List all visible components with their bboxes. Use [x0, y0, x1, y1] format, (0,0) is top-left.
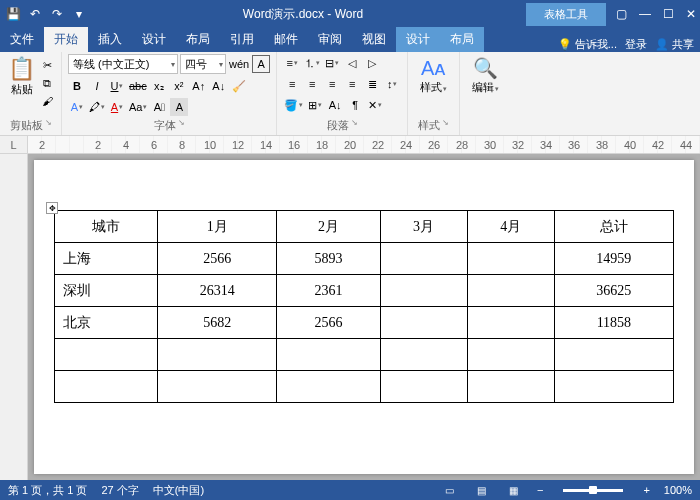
- table-row[interactable]: [55, 371, 674, 403]
- zoom-slider[interactable]: [563, 489, 623, 492]
- font-color-icon[interactable]: A▾: [108, 98, 126, 116]
- phonetic-guide-icon[interactable]: wén: [228, 55, 250, 73]
- superscript-button[interactable]: x²: [170, 77, 188, 95]
- table-cell[interactable]: [554, 339, 673, 371]
- table-cell[interactable]: [467, 339, 554, 371]
- show-marks-icon[interactable]: ¶: [346, 96, 364, 114]
- table-cell[interactable]: [467, 275, 554, 307]
- table-cell[interactable]: 5893: [277, 243, 380, 275]
- increase-indent-icon[interactable]: ▷: [363, 54, 381, 72]
- highlight-icon[interactable]: 🖍▾: [88, 98, 106, 116]
- justify-icon[interactable]: ≡: [343, 75, 361, 93]
- bold-button[interactable]: B: [68, 77, 86, 95]
- table-cell[interactable]: 36625: [554, 275, 673, 307]
- ribbon-options-icon[interactable]: ▢: [616, 7, 627, 21]
- dialog-launcher-icon[interactable]: ↘: [351, 118, 358, 133]
- table-row[interactable]: 上海2566589314959: [55, 243, 674, 275]
- dialog-launcher-icon[interactable]: ↘: [178, 118, 185, 133]
- vertical-ruler[interactable]: [0, 154, 28, 480]
- table-header-cell[interactable]: 1月: [158, 211, 277, 243]
- table-cell[interactable]: [277, 371, 380, 403]
- zoom-out-icon[interactable]: −: [537, 484, 543, 496]
- borders-icon[interactable]: ⊞▾: [306, 96, 324, 114]
- shading-icon[interactable]: 🪣▾: [283, 96, 304, 114]
- table-cell[interactable]: [380, 243, 467, 275]
- table-move-handle[interactable]: ✥: [46, 202, 58, 214]
- char-shading-icon[interactable]: Aa▾: [128, 98, 148, 116]
- read-mode-icon[interactable]: ▭: [441, 483, 459, 497]
- grow-font-icon[interactable]: A↑: [190, 77, 208, 95]
- table-cell[interactable]: 2361: [277, 275, 380, 307]
- bullets-icon[interactable]: ≡▾: [283, 54, 301, 72]
- table-cell[interactable]: [277, 339, 380, 371]
- editing-button[interactable]: 🔍 编辑▾: [466, 54, 505, 97]
- sort-icon[interactable]: A↓: [326, 96, 344, 114]
- paste-button[interactable]: 📋 粘贴: [6, 54, 37, 99]
- maximize-icon[interactable]: ☐: [663, 7, 674, 21]
- table-header-cell[interactable]: 2月: [277, 211, 380, 243]
- change-case-icon[interactable]: A: [170, 98, 188, 116]
- horizontal-ruler[interactable]: L 22468101214161820222426283032343638404…: [0, 136, 700, 154]
- tab-design[interactable]: 设计: [132, 27, 176, 52]
- table-cell[interactable]: [380, 371, 467, 403]
- undo-icon[interactable]: ↶: [26, 5, 44, 23]
- table-cell[interactable]: [467, 307, 554, 339]
- tab-table-design[interactable]: 设计: [396, 27, 440, 52]
- font-size-combo[interactable]: 四号: [180, 54, 226, 74]
- asian-layout-icon[interactable]: ✕▾: [366, 96, 384, 114]
- redo-icon[interactable]: ↷: [48, 5, 66, 23]
- table-cell[interactable]: [158, 339, 277, 371]
- table-cell[interactable]: 26314: [158, 275, 277, 307]
- multilevel-icon[interactable]: ⊟▾: [323, 54, 341, 72]
- tab-view[interactable]: 视图: [352, 27, 396, 52]
- align-center-icon[interactable]: ≡: [303, 75, 321, 93]
- align-right-icon[interactable]: ≡: [323, 75, 341, 93]
- font-name-combo[interactable]: 等线 (中文正文): [68, 54, 178, 74]
- table-cell[interactable]: 上海: [55, 243, 158, 275]
- table-cell[interactable]: 14959: [554, 243, 673, 275]
- table-cell[interactable]: [55, 371, 158, 403]
- strikethrough-button[interactable]: abc: [128, 77, 148, 95]
- tab-insert[interactable]: 插入: [88, 27, 132, 52]
- table-cell[interactable]: 北京: [55, 307, 158, 339]
- table-cell[interactable]: [467, 243, 554, 275]
- close-icon[interactable]: ✕: [686, 7, 696, 21]
- distributed-icon[interactable]: ≣: [363, 75, 381, 93]
- page-count[interactable]: 第 1 页，共 1 页: [8, 483, 87, 498]
- dialog-launcher-icon[interactable]: ↘: [45, 118, 52, 133]
- table-cell[interactable]: 5682: [158, 307, 277, 339]
- table-cell[interactable]: 2566: [277, 307, 380, 339]
- copy-icon[interactable]: ⧉: [39, 75, 55, 91]
- table-cell[interactable]: [55, 339, 158, 371]
- table-cell[interactable]: [158, 371, 277, 403]
- tab-file[interactable]: 文件: [0, 27, 44, 52]
- table-cell[interactable]: 11858: [554, 307, 673, 339]
- underline-button[interactable]: U▾: [108, 77, 126, 95]
- table-cell[interactable]: [380, 339, 467, 371]
- table-cell[interactable]: [380, 275, 467, 307]
- print-layout-icon[interactable]: ▤: [473, 483, 491, 497]
- table-header-cell[interactable]: 4月: [467, 211, 554, 243]
- signin-link[interactable]: 登录: [625, 37, 647, 52]
- zoom-level[interactable]: 100%: [664, 484, 692, 496]
- numbering-icon[interactable]: ⒈▾: [303, 54, 321, 72]
- share-button[interactable]: 👤 共享: [655, 37, 694, 52]
- dialog-launcher-icon[interactable]: ↘: [442, 118, 449, 133]
- tab-table-layout[interactable]: 布局: [440, 27, 484, 52]
- shrink-font-icon[interactable]: A↓: [210, 77, 228, 95]
- table-row[interactable]: 深圳26314236136625: [55, 275, 674, 307]
- decrease-indent-icon[interactable]: ◁: [343, 54, 361, 72]
- format-painter-icon[interactable]: 🖌: [39, 93, 55, 109]
- italic-button[interactable]: I: [88, 77, 106, 95]
- table-cell[interactable]: 深圳: [55, 275, 158, 307]
- tab-mailings[interactable]: 邮件: [264, 27, 308, 52]
- table-cell[interactable]: [467, 371, 554, 403]
- cut-icon[interactable]: ✂: [39, 57, 55, 73]
- table-row[interactable]: 北京5682256611858: [55, 307, 674, 339]
- align-left-icon[interactable]: ≡: [283, 75, 301, 93]
- enclose-char-icon[interactable]: A⃝: [150, 98, 168, 116]
- document-table[interactable]: 城市1月2月3月4月总计上海2566589314959深圳26314236136…: [54, 210, 674, 403]
- qat-customize-icon[interactable]: ▾: [70, 5, 88, 23]
- language[interactable]: 中文(中国): [153, 483, 204, 498]
- zoom-in-icon[interactable]: +: [643, 484, 649, 496]
